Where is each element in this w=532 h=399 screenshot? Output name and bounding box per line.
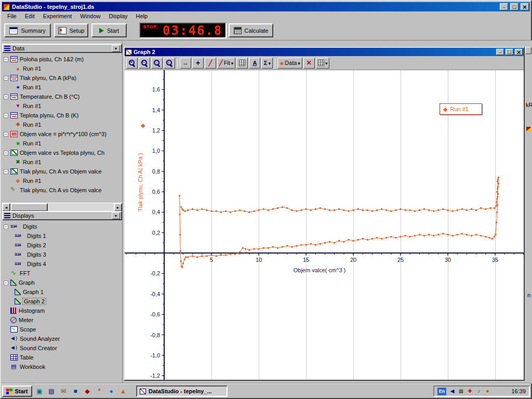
quicklaunch-monitor-icon[interactable]: ■ — [71, 387, 79, 395]
quicklaunch-mail-icon[interactable]: ✉ — [59, 387, 68, 395]
displays-tree-item[interactable]: Digits — [2, 222, 122, 231]
menu-file[interactable]: File — [3, 12, 21, 20]
fit-dropdown-button[interactable]: Fit — [217, 58, 235, 69]
displays-tree-item[interactable]: Digits 1 — [2, 231, 122, 241]
chart-area[interactable]: 1,61,41,21,00,80,60,40,2-0,2-0,4-0,6-0,8… — [125, 70, 524, 380]
summary-panel: Data Poloha pistu, Ch 1&2 (m)▲Run #1Tlak… — [2, 42, 123, 383]
scroll-track[interactable] — [48, 203, 114, 211]
quicklaunch-document-icon[interactable]: ▤ — [47, 387, 56, 395]
data-tree-item[interactable]: ■Run #1 — [2, 139, 122, 148]
data-tree-item[interactable]: ◆Run #1 — [2, 176, 122, 185]
displays-tree-item[interactable]: FFT — [2, 269, 122, 278]
scroll-left-button[interactable] — [2, 203, 10, 211]
quicklaunch-misc-icon[interactable]: ▲ — [119, 387, 127, 395]
displays-tree-item[interactable]: Sound Analyzer — [2, 334, 122, 343]
data-tree-item[interactable]: ✖Run #1 — [2, 157, 122, 167]
smart-tool-button[interactable] — [192, 58, 204, 69]
tree-expander-icon[interactable] — [4, 76, 8, 81]
menu-help[interactable]: Help — [132, 12, 152, 20]
close-button[interactable] — [521, 3, 529, 10]
displays-panel-menu-button[interactable] — [112, 212, 120, 219]
graph-window-titlebar[interactable]: Graph 2 — [125, 48, 524, 56]
text-tool-button[interactable]: A — [249, 58, 260, 69]
data-tree-item[interactable]: Temperature, Ch B (°C) — [2, 92, 122, 101]
tree-expander-icon[interactable] — [4, 113, 8, 118]
data-tree-item[interactable]: Objem valce = pi*r*r*y*100 (cm^3) — [2, 129, 122, 139]
tree-expander-icon[interactable] — [4, 151, 8, 155]
data-tree-item[interactable]: Objem valce vs Teplota plynu, Ch — [2, 148, 122, 157]
minimize-button[interactable] — [500, 3, 508, 10]
volume-icon[interactable]: ◀ — [449, 387, 456, 395]
tree-expander-icon[interactable] — [4, 95, 8, 99]
quicklaunch-globe-icon[interactable]: ● — [107, 387, 115, 395]
data-panel-menu-button[interactable] — [112, 45, 120, 52]
graph-maximize-button[interactable] — [506, 49, 513, 55]
antivirus-icon[interactable]: ✚ — [467, 387, 473, 395]
displays-tree-item[interactable]: Table — [2, 353, 122, 362]
displays-tree-item[interactable]: Digits 4 — [2, 259, 122, 269]
menu-window[interactable]: Window — [76, 12, 104, 20]
displays-tree-item[interactable]: Digits 3 — [2, 250, 122, 259]
zoom-select-button[interactable] — [151, 58, 163, 69]
tree-expander-icon[interactable] — [4, 132, 8, 137]
quicklaunch-star-icon[interactable]: * — [95, 387, 103, 395]
align-scales-button[interactable] — [180, 58, 191, 69]
taskbar-task-datastudio[interactable]: DataStudio - tepelny_... — [136, 385, 228, 397]
graph-minimize-button[interactable] — [496, 49, 504, 55]
setup-button[interactable]: Setup — [54, 23, 88, 37]
menu-edit[interactable]: Edit — [21, 12, 39, 20]
data-tree-label: Run #1 — [23, 159, 41, 165]
scroll-right-button[interactable] — [114, 203, 122, 211]
tree-expander-icon[interactable] — [4, 57, 8, 62]
data-tree-item[interactable]: ▼Run #1 — [2, 101, 122, 111]
displays-tree-item[interactable]: Scope — [2, 325, 122, 334]
data-tree-item[interactable]: Poloha pistu, Ch 1&2 (m) — [2, 55, 122, 64]
data-tree-item[interactable]: Teplota plynu, Ch B (K) — [2, 111, 122, 120]
scr oll-thumb[interactable] — [10, 203, 48, 211]
tree-expander-icon[interactable] — [4, 281, 8, 285]
menu-experiment[interactable]: Experiment — [39, 12, 76, 20]
svg-text:1,0: 1,0 — [152, 148, 160, 154]
tree-expander-icon[interactable] — [4, 224, 8, 229]
slope-tool-button[interactable] — [205, 58, 216, 69]
language-indicator[interactable]: En — [437, 388, 446, 395]
data-dropdown-button[interactable]: Data — [277, 58, 302, 69]
zoom-in-button[interactable] — [126, 58, 138, 69]
displays-tree-item[interactable]: Digits 2 — [2, 241, 122, 250]
displays-tree-item[interactable]: Meter — [2, 315, 122, 325]
data-panel-hscrollbar[interactable] — [2, 203, 122, 211]
displays-tree-item[interactable]: Graph 2 — [2, 297, 122, 306]
graph-settings-button[interactable] — [316, 58, 330, 69]
data-tree-item[interactable]: Tlak plynu, Ch A (kPa) — [2, 73, 122, 83]
displays-tree-item[interactable]: Graph — [2, 278, 122, 287]
graph-close-button[interactable] — [515, 49, 523, 55]
data-tree-item[interactable]: Tlak plynu, Ch A vs Objem valce — [2, 167, 122, 176]
displays-tree-item[interactable]: Graph 1 — [2, 287, 122, 297]
quicklaunch-desktop-icon[interactable]: ▣ — [35, 387, 44, 395]
calculate-tool-button[interactable] — [236, 58, 248, 69]
displays-tree-item[interactable]: Sound Creator — [2, 343, 122, 353]
start-button[interactable]: Start — [91, 23, 127, 37]
data-tree-item[interactable]: ●Run #1 — [2, 83, 122, 92]
chart-legend[interactable]: Run #1 — [440, 103, 482, 115]
remove-button[interactable] — [303, 58, 315, 69]
summary-button[interactable]: Summary — [4, 23, 51, 37]
data-tree-item[interactable]: Tlak plynu, Ch A vs Objem valce — [2, 185, 122, 195]
quicklaunch-package-icon[interactable]: ◆ — [83, 387, 91, 395]
zoom-out-button[interactable] — [139, 58, 150, 69]
tree-expander-icon[interactable] — [4, 169, 8, 174]
statistics-button[interactable]: Σ — [261, 58, 273, 69]
zoom-fit-button[interactable] — [164, 58, 175, 69]
display-tray-icon[interactable]: ▦ — [458, 387, 464, 395]
maximize-button[interactable] — [510, 3, 518, 10]
audio-icon[interactable]: ♪ — [475, 387, 482, 395]
scheduler-icon[interactable]: ● — [484, 387, 491, 395]
chevron-down-icon — [268, 60, 271, 66]
menu-display[interactable]: Display — [104, 12, 131, 20]
displays-tree-item[interactable]: Workbook — [2, 362, 122, 371]
data-tree-item[interactable]: ✚Run #1 — [2, 120, 122, 129]
calculate-button[interactable]: Calculate — [229, 23, 273, 37]
data-tree-item[interactable]: ▲Run #1 — [2, 64, 122, 73]
displays-tree-item[interactable]: Histogram — [2, 306, 122, 315]
start-menu-button[interactable]: Start — [2, 385, 32, 397]
